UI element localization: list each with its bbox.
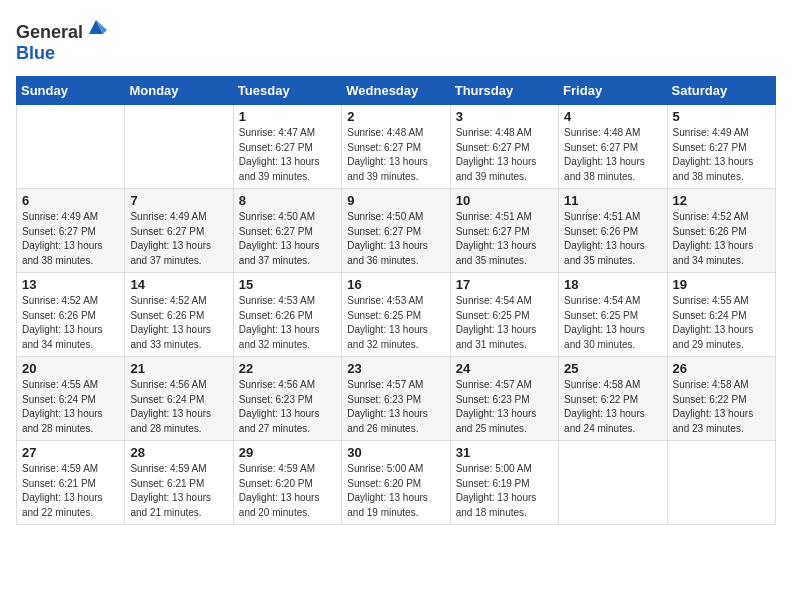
calendar-cell: 14Sunrise: 4:52 AMSunset: 6:26 PMDayligh…: [125, 273, 233, 357]
calendar-cell: 29Sunrise: 4:59 AMSunset: 6:20 PMDayligh…: [233, 441, 341, 525]
calendar-cell: 1Sunrise: 4:47 AMSunset: 6:27 PMDaylight…: [233, 105, 341, 189]
day-info: Sunrise: 4:50 AMSunset: 6:27 PMDaylight:…: [239, 210, 336, 268]
calendar-cell: [559, 441, 667, 525]
day-info: Sunrise: 4:54 AMSunset: 6:25 PMDaylight:…: [564, 294, 661, 352]
day-number: 25: [564, 361, 661, 376]
calendar-table: SundayMondayTuesdayWednesdayThursdayFrid…: [16, 76, 776, 525]
calendar-header-row: SundayMondayTuesdayWednesdayThursdayFrid…: [17, 77, 776, 105]
day-number: 3: [456, 109, 553, 124]
day-number: 13: [22, 277, 119, 292]
day-number: 30: [347, 445, 444, 460]
day-info: Sunrise: 5:00 AMSunset: 6:19 PMDaylight:…: [456, 462, 553, 520]
calendar-week-row: 20Sunrise: 4:55 AMSunset: 6:24 PMDayligh…: [17, 357, 776, 441]
page-header: General Blue: [16, 16, 776, 64]
calendar-cell: 2Sunrise: 4:48 AMSunset: 6:27 PMDaylight…: [342, 105, 450, 189]
logo-icon: [85, 16, 107, 38]
day-number: 18: [564, 277, 661, 292]
day-info: Sunrise: 4:51 AMSunset: 6:27 PMDaylight:…: [456, 210, 553, 268]
day-info: Sunrise: 4:55 AMSunset: 6:24 PMDaylight:…: [673, 294, 770, 352]
day-number: 22: [239, 361, 336, 376]
day-header-sunday: Sunday: [17, 77, 125, 105]
calendar-cell: 16Sunrise: 4:53 AMSunset: 6:25 PMDayligh…: [342, 273, 450, 357]
day-number: 9: [347, 193, 444, 208]
day-number: 4: [564, 109, 661, 124]
day-info: Sunrise: 4:52 AMSunset: 6:26 PMDaylight:…: [130, 294, 227, 352]
day-number: 29: [239, 445, 336, 460]
day-number: 16: [347, 277, 444, 292]
day-info: Sunrise: 4:57 AMSunset: 6:23 PMDaylight:…: [347, 378, 444, 436]
day-info: Sunrise: 4:48 AMSunset: 6:27 PMDaylight:…: [564, 126, 661, 184]
day-info: Sunrise: 4:48 AMSunset: 6:27 PMDaylight:…: [347, 126, 444, 184]
day-number: 24: [456, 361, 553, 376]
day-info: Sunrise: 4:49 AMSunset: 6:27 PMDaylight:…: [130, 210, 227, 268]
day-number: 27: [22, 445, 119, 460]
calendar-cell: 26Sunrise: 4:58 AMSunset: 6:22 PMDayligh…: [667, 357, 775, 441]
day-header-thursday: Thursday: [450, 77, 558, 105]
day-info: Sunrise: 4:53 AMSunset: 6:26 PMDaylight:…: [239, 294, 336, 352]
day-number: 8: [239, 193, 336, 208]
calendar-cell: 20Sunrise: 4:55 AMSunset: 6:24 PMDayligh…: [17, 357, 125, 441]
logo-text: General Blue: [16, 16, 107, 64]
day-number: 31: [456, 445, 553, 460]
day-info: Sunrise: 4:54 AMSunset: 6:25 PMDaylight:…: [456, 294, 553, 352]
calendar-cell: 8Sunrise: 4:50 AMSunset: 6:27 PMDaylight…: [233, 189, 341, 273]
calendar-cell: 15Sunrise: 4:53 AMSunset: 6:26 PMDayligh…: [233, 273, 341, 357]
day-header-tuesday: Tuesday: [233, 77, 341, 105]
calendar-cell: 18Sunrise: 4:54 AMSunset: 6:25 PMDayligh…: [559, 273, 667, 357]
calendar-cell: 23Sunrise: 4:57 AMSunset: 6:23 PMDayligh…: [342, 357, 450, 441]
calendar-cell: [667, 441, 775, 525]
day-info: Sunrise: 4:51 AMSunset: 6:26 PMDaylight:…: [564, 210, 661, 268]
day-info: Sunrise: 4:50 AMSunset: 6:27 PMDaylight:…: [347, 210, 444, 268]
calendar-cell: 13Sunrise: 4:52 AMSunset: 6:26 PMDayligh…: [17, 273, 125, 357]
day-info: Sunrise: 4:52 AMSunset: 6:26 PMDaylight:…: [22, 294, 119, 352]
day-number: 14: [130, 277, 227, 292]
calendar-cell: 22Sunrise: 4:56 AMSunset: 6:23 PMDayligh…: [233, 357, 341, 441]
calendar-cell: [17, 105, 125, 189]
day-info: Sunrise: 4:57 AMSunset: 6:23 PMDaylight:…: [456, 378, 553, 436]
calendar-week-row: 13Sunrise: 4:52 AMSunset: 6:26 PMDayligh…: [17, 273, 776, 357]
day-info: Sunrise: 4:47 AMSunset: 6:27 PMDaylight:…: [239, 126, 336, 184]
day-info: Sunrise: 4:53 AMSunset: 6:25 PMDaylight:…: [347, 294, 444, 352]
day-header-saturday: Saturday: [667, 77, 775, 105]
calendar-week-row: 1Sunrise: 4:47 AMSunset: 6:27 PMDaylight…: [17, 105, 776, 189]
day-header-friday: Friday: [559, 77, 667, 105]
day-number: 17: [456, 277, 553, 292]
day-number: 19: [673, 277, 770, 292]
calendar-cell: 5Sunrise: 4:49 AMSunset: 6:27 PMDaylight…: [667, 105, 775, 189]
day-info: Sunrise: 4:55 AMSunset: 6:24 PMDaylight:…: [22, 378, 119, 436]
day-info: Sunrise: 4:48 AMSunset: 6:27 PMDaylight:…: [456, 126, 553, 184]
day-number: 1: [239, 109, 336, 124]
calendar-cell: 28Sunrise: 4:59 AMSunset: 6:21 PMDayligh…: [125, 441, 233, 525]
calendar-cell: 9Sunrise: 4:50 AMSunset: 6:27 PMDaylight…: [342, 189, 450, 273]
day-info: Sunrise: 5:00 AMSunset: 6:20 PMDaylight:…: [347, 462, 444, 520]
calendar-cell: 19Sunrise: 4:55 AMSunset: 6:24 PMDayligh…: [667, 273, 775, 357]
calendar-cell: 3Sunrise: 4:48 AMSunset: 6:27 PMDaylight…: [450, 105, 558, 189]
calendar-cell: 7Sunrise: 4:49 AMSunset: 6:27 PMDaylight…: [125, 189, 233, 273]
day-number: 28: [130, 445, 227, 460]
calendar-cell: 25Sunrise: 4:58 AMSunset: 6:22 PMDayligh…: [559, 357, 667, 441]
day-info: Sunrise: 4:59 AMSunset: 6:21 PMDaylight:…: [130, 462, 227, 520]
day-number: 5: [673, 109, 770, 124]
calendar-cell: 24Sunrise: 4:57 AMSunset: 6:23 PMDayligh…: [450, 357, 558, 441]
calendar-cell: 31Sunrise: 5:00 AMSunset: 6:19 PMDayligh…: [450, 441, 558, 525]
day-number: 21: [130, 361, 227, 376]
day-info: Sunrise: 4:58 AMSunset: 6:22 PMDaylight:…: [673, 378, 770, 436]
day-info: Sunrise: 4:59 AMSunset: 6:21 PMDaylight:…: [22, 462, 119, 520]
day-number: 12: [673, 193, 770, 208]
logo: General Blue: [16, 16, 107, 64]
day-info: Sunrise: 4:58 AMSunset: 6:22 PMDaylight:…: [564, 378, 661, 436]
day-number: 10: [456, 193, 553, 208]
calendar-week-row: 27Sunrise: 4:59 AMSunset: 6:21 PMDayligh…: [17, 441, 776, 525]
day-info: Sunrise: 4:56 AMSunset: 6:23 PMDaylight:…: [239, 378, 336, 436]
calendar-cell: 17Sunrise: 4:54 AMSunset: 6:25 PMDayligh…: [450, 273, 558, 357]
calendar-cell: 12Sunrise: 4:52 AMSunset: 6:26 PMDayligh…: [667, 189, 775, 273]
calendar-cell: 10Sunrise: 4:51 AMSunset: 6:27 PMDayligh…: [450, 189, 558, 273]
calendar-cell: 30Sunrise: 5:00 AMSunset: 6:20 PMDayligh…: [342, 441, 450, 525]
day-number: 23: [347, 361, 444, 376]
day-number: 2: [347, 109, 444, 124]
day-info: Sunrise: 4:59 AMSunset: 6:20 PMDaylight:…: [239, 462, 336, 520]
logo-general: General: [16, 22, 83, 42]
logo-blue: Blue: [16, 43, 55, 63]
day-info: Sunrise: 4:56 AMSunset: 6:24 PMDaylight:…: [130, 378, 227, 436]
day-number: 11: [564, 193, 661, 208]
